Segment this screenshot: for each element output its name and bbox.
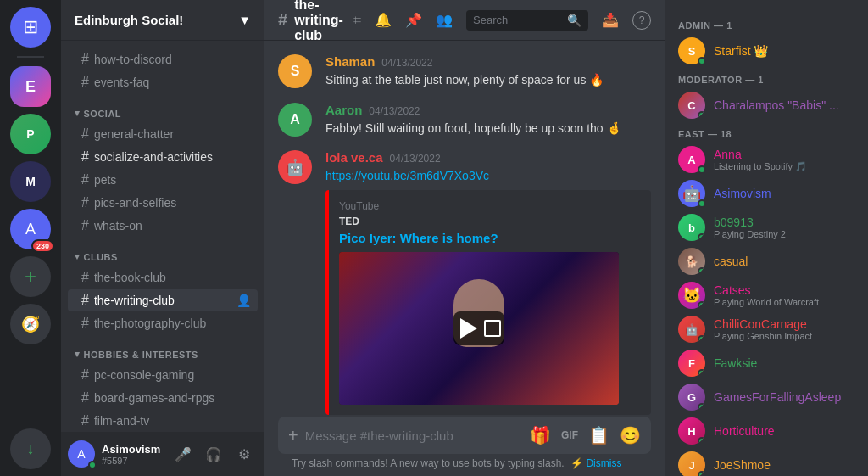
user-controls: 🎤 🎧 ⚙ bbox=[170, 440, 258, 468]
mod-section-header: MODERATOR — 1 bbox=[671, 68, 861, 88]
gif-button[interactable]: GIF bbox=[561, 429, 578, 441]
hash-tool-button[interactable]: ⌗ bbox=[353, 13, 361, 28]
search-input[interactable] bbox=[473, 14, 562, 26]
embed-title[interactable]: Pico Iyer: Where is home? bbox=[339, 231, 641, 245]
message-input-field[interactable] bbox=[305, 428, 523, 443]
online-indicator bbox=[698, 57, 706, 65]
channel-item-pics-selfies[interactable]: # pics-and-selfies bbox=[68, 192, 258, 214]
category-hobbies[interactable]: ▾ HOBBIES & INTERESTS bbox=[61, 335, 264, 363]
server-icon-2[interactable]: P bbox=[10, 114, 51, 154]
category-chevron: ▾ bbox=[75, 349, 81, 360]
avatar-chilli: 🤖 bbox=[678, 316, 705, 343]
channel-item-pets[interactable]: # pets bbox=[68, 169, 258, 191]
message-lola: 🤖 lola ve.ca 04/13/2022 https://youtu.be… bbox=[278, 150, 651, 417]
embed-thumbnail[interactable] bbox=[339, 252, 619, 405]
username: Asimovism bbox=[102, 443, 163, 456]
channel-label: general-chatter bbox=[94, 127, 174, 141]
channel-hash-icon: # bbox=[81, 367, 89, 383]
channel-item-general-chatter[interactable]: # general-chatter bbox=[68, 123, 258, 145]
avatar-anna: A bbox=[678, 146, 705, 173]
emoji-button[interactable]: 😊 bbox=[620, 425, 641, 445]
avatar-aaron[interactable]: A bbox=[278, 103, 312, 137]
help-tool-button[interactable]: ? bbox=[632, 11, 651, 30]
server-icon-3[interactable]: M bbox=[10, 161, 51, 202]
member-starfist[interactable]: S Starfist 👑 bbox=[671, 34, 861, 68]
member-fawksie[interactable]: F Fawksie bbox=[671, 346, 861, 380]
mute-tool-button[interactable]: 🔔 bbox=[375, 12, 392, 28]
embed-provider: YouTube bbox=[339, 200, 641, 212]
channel-item-film-tv[interactable]: # film-and-tv bbox=[68, 410, 258, 432]
member-info-joeshmoe: JoeShmoe bbox=[714, 458, 854, 472]
avatar-shaman[interactable]: S bbox=[278, 54, 312, 88]
server-sidebar: ⊞ E P M A 230 + 🧭 ↓ bbox=[0, 0, 61, 476]
message-author-lola: lola ve.ca bbox=[326, 150, 383, 165]
pin-tool-button[interactable]: 📌 bbox=[405, 12, 422, 28]
discord-home-button[interactable]: ⊞ bbox=[10, 7, 51, 48]
message-aaron: A Aaron 04/13/2022 Fabby! Still waiting … bbox=[278, 103, 651, 137]
member-info-horticulture: Horticulture bbox=[714, 424, 854, 438]
channel-item-photography-club[interactable]: # the-photography-club bbox=[68, 312, 258, 334]
explore-servers-button[interactable]: 🧭 bbox=[10, 304, 51, 344]
member-catses[interactable]: 🐱 Catses Playing World of Warcraft bbox=[671, 278, 861, 312]
edinburgh-social-server-icon[interactable]: E bbox=[10, 66, 51, 107]
server-header[interactable]: Edinburgh Social! ▼ bbox=[61, 0, 264, 41]
add-attachment-button[interactable]: + bbox=[288, 426, 298, 445]
main-header: # the-writing-club ⌗ 🔔 📌 👥 🔍 📥 ? bbox=[264, 0, 665, 41]
member-name-charalampos: Charalampos "Babis" ... bbox=[714, 98, 854, 112]
online-indicator bbox=[698, 403, 705, 411]
inbox-tool-button[interactable]: 📥 bbox=[602, 12, 619, 28]
member-anna[interactable]: A Anna Listening to Spotify 🎵 bbox=[671, 143, 861, 176]
user-avatar[interactable]: A bbox=[68, 440, 95, 468]
user-info: Asimovism #5597 bbox=[102, 443, 163, 466]
category-clubs[interactable]: ▾ CLUBS bbox=[61, 238, 264, 266]
channel-item-socialize[interactable]: # socialize-and-activities bbox=[68, 146, 258, 168]
online-indicator bbox=[698, 199, 706, 208]
deafen-button[interactable]: 🎧 bbox=[200, 440, 227, 468]
member-chilli[interactable]: 🤖 ChilliConCarnage Playing Genshin Impac… bbox=[671, 312, 861, 346]
mute-button[interactable]: 🎤 bbox=[170, 440, 197, 468]
channel-item-whats-on[interactable]: # whats-on bbox=[68, 215, 258, 237]
settings-button[interactable]: ⚙ bbox=[231, 440, 258, 468]
channel-item-board-games[interactable]: # board-games-and-rpgs bbox=[68, 387, 258, 409]
channel-item-writing-club[interactable]: # the-writing-club 👤 bbox=[68, 289, 258, 311]
add-server-button[interactable]: + bbox=[10, 256, 51, 297]
channel-item-how-to-discord[interactable]: # how-to-discord bbox=[68, 48, 258, 70]
message-link-lola[interactable]: https://youtu.be/3m6dV7Xo3Vc bbox=[326, 169, 489, 182]
member-horticulture[interactable]: H Horticulture bbox=[671, 414, 861, 448]
members-tool-button[interactable]: 👥 bbox=[436, 12, 453, 28]
member-b09913[interactable]: b b09913 Playing Destiny 2 bbox=[671, 210, 861, 244]
embed-author: TED bbox=[339, 216, 641, 227]
sticker-button[interactable]: 📋 bbox=[588, 425, 609, 445]
channel-item-book-club[interactable]: # the-book-club bbox=[68, 266, 258, 288]
member-add-icon[interactable]: 👤 bbox=[236, 294, 251, 307]
channel-label: board-games-and-rpgs bbox=[94, 391, 214, 405]
member-asimovism[interactable]: 🤖 Asimovism bbox=[671, 176, 861, 210]
channel-hash-icon: # bbox=[81, 413, 89, 428]
input-right-buttons: 🎁 GIF 📋 😊 bbox=[530, 425, 641, 445]
avatar-lola[interactable]: 🤖 bbox=[278, 150, 312, 184]
channel-item-events-faq[interactable]: # events-faq bbox=[68, 71, 258, 93]
message-timestamp-lola: 04/13/2022 bbox=[390, 153, 441, 165]
channel-hash-icon: # bbox=[81, 270, 89, 285]
embed-play-overlay[interactable] bbox=[339, 252, 619, 405]
member-charalampos[interactable]: C Charalampos "Babis" ... bbox=[671, 88, 861, 122]
member-info-charalampos: Charalampos "Babis" ... bbox=[714, 98, 854, 112]
download-button[interactable]: ↓ bbox=[10, 428, 51, 469]
member-games[interactable]: G GamesForFallingAsleep bbox=[671, 380, 861, 414]
channel-item-pc-gaming[interactable]: # pc-console-gaming bbox=[68, 364, 258, 386]
member-status-chilli: Playing Genshin Impact bbox=[714, 331, 854, 341]
member-joeshmoe[interactable]: J JoeShmoe bbox=[671, 448, 861, 476]
server-icon-dm[interactable]: A 230 bbox=[10, 209, 51, 249]
member-casual[interactable]: 🐕 casual bbox=[671, 244, 861, 278]
gift-button[interactable]: 🎁 bbox=[530, 425, 551, 445]
channel-label: whats-on bbox=[94, 219, 142, 232]
message-header-lola: lola ve.ca 04/13/2022 bbox=[326, 150, 651, 165]
avatar-starfist: S bbox=[678, 37, 705, 64]
channel-hash-icon: # bbox=[81, 172, 89, 188]
search-bar[interactable]: 🔍 bbox=[466, 10, 588, 31]
play-button[interactable] bbox=[453, 311, 504, 345]
category-social[interactable]: ▾ SOCIAL bbox=[61, 94, 264, 122]
slash-dismiss-link[interactable]: Dismiss bbox=[586, 457, 621, 469]
member-info-chilli: ChilliConCarnage Playing Genshin Impact bbox=[714, 317, 854, 341]
member-name-b09913: b09913 bbox=[714, 216, 854, 229]
